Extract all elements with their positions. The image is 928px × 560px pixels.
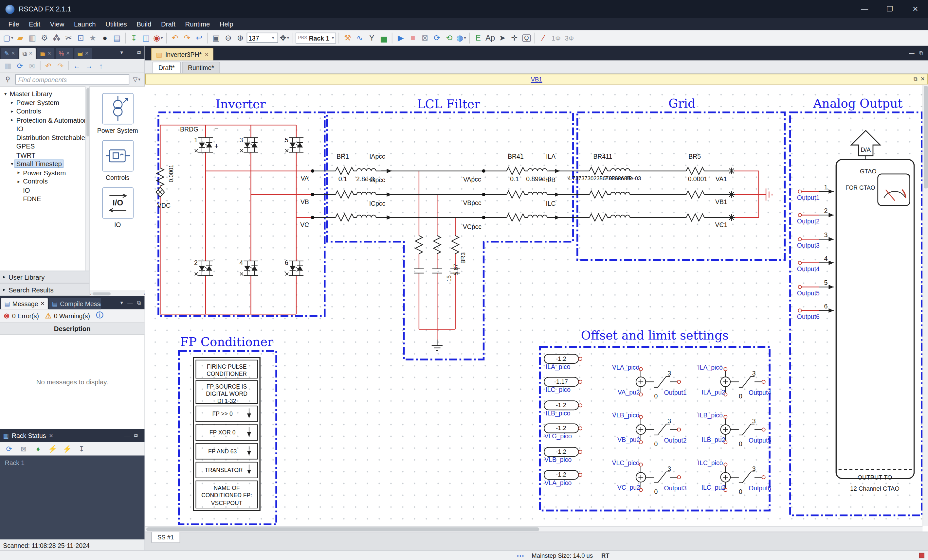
refresh-racks[interactable]: ⟳: [4, 443, 14, 454]
close-window[interactable]: ✕: [902, 0, 928, 18]
panel-minimize[interactable]: —: [127, 49, 133, 56]
vb1-close[interactable]: ✕: [920, 76, 925, 82]
monitor[interactable]: ⊡: [75, 32, 86, 44]
chevron-down-icon[interactable]: ▾: [2, 91, 8, 96]
menu-build[interactable]: Build: [131, 18, 156, 30]
sync[interactable]: ⟳: [432, 32, 443, 44]
tree-item-controls[interactable]: ▸Controls: [0, 177, 85, 186]
tab-props[interactable]: ▤✕: [74, 48, 92, 59]
lock-rack[interactable]: ⊠: [18, 443, 29, 454]
run-case[interactable]: ◉▾: [152, 32, 164, 44]
close-icon[interactable]: ✕: [41, 301, 44, 306]
single-phase[interactable]: 1Φ: [550, 34, 563, 41]
rack-connect-b[interactable]: ⚡: [61, 443, 72, 454]
tree-item-small-timestep[interactable]: ▾Small Timestep: [0, 160, 85, 169]
lock-case[interactable]: ⊠: [419, 32, 431, 44]
maximize-window[interactable]: ❐: [877, 0, 903, 18]
tree-scrollbar[interactable]: [85, 86, 89, 271]
record-indicator[interactable]: [919, 553, 924, 558]
tab-draft[interactable]: Draft*: [152, 61, 181, 73]
energy-meter[interactable]: E: [472, 32, 484, 44]
panel-float[interactable]: ⧉: [137, 49, 141, 56]
tree-item-controls[interactable]: ▸Controls: [0, 107, 85, 116]
errors-filter[interactable]: ⊗0 Error(s): [4, 311, 39, 320]
rack-shield[interactable]: ♦: [33, 443, 44, 454]
nav-back[interactable]: ←: [71, 60, 82, 71]
menu-draft[interactable]: Draft: [156, 18, 180, 30]
update[interactable]: ⟲: [444, 32, 455, 44]
panel-dropdown[interactable]: ▾: [121, 49, 123, 56]
menu-launch[interactable]: Launch: [69, 18, 101, 30]
zoom-level-field[interactable]: [249, 34, 272, 41]
breadcrumb[interactable]: VB1: [531, 76, 542, 82]
favorites[interactable]: ★: [87, 32, 99, 44]
chevron-right-icon[interactable]: ▸: [9, 100, 15, 105]
component-nodes[interactable]: ⁂: [51, 32, 62, 44]
refresh-library[interactable]: ⟳: [14, 60, 25, 71]
undo-library[interactable]: ↶: [43, 60, 54, 71]
cut[interactable]: ✂: [63, 32, 74, 44]
redo[interactable]: ↷: [182, 32, 193, 44]
vb1-float[interactable]: ⧉: [914, 76, 917, 82]
print-preview[interactable]: ▣: [211, 32, 222, 44]
meter[interactable]: ◍▾: [455, 32, 467, 44]
preview-scrollbar[interactable]: ‹›: [90, 291, 145, 296]
tree-item-power-system[interactable]: ▸Power System: [0, 98, 85, 107]
close-icon[interactable]: ✕: [29, 51, 32, 56]
tree-item-gpes[interactable]: GPES: [0, 142, 85, 151]
rack-float[interactable]: ⧉: [134, 432, 138, 439]
tab-message[interactable]: ▤Message✕: [1, 298, 48, 309]
chevron-right-icon[interactable]: ▸: [16, 179, 21, 184]
info-filter[interactable]: ⓘ: [96, 310, 103, 321]
tab-ss1[interactable]: SS #1: [151, 532, 180, 542]
preview-card-power-system[interactable]: Power System: [90, 87, 145, 134]
pan[interactable]: ✛: [509, 32, 520, 44]
close-icon[interactable]: ✕: [205, 52, 209, 57]
nav-up[interactable]: ↑: [96, 60, 106, 71]
tab-components[interactable]: ▦✕: [37, 48, 55, 59]
zoom-level[interactable]: ▾: [247, 33, 278, 43]
tree-item-io[interactable]: IO: [0, 186, 85, 195]
probe-signal[interactable]: ∿: [354, 32, 365, 44]
messages-dropdown[interactable]: ▾: [121, 299, 123, 306]
find-components-input[interactable]: [15, 74, 129, 84]
text-annotation[interactable]: Ap: [484, 32, 496, 44]
preview-card-io[interactable]: I/O IO: [90, 181, 145, 228]
zoom-out[interactable]: ⊖: [223, 32, 234, 44]
chevron-right-icon[interactable]: ▸: [9, 117, 15, 123]
chevron-right-icon[interactable]: ▸: [16, 170, 21, 175]
close-icon[interactable]: ✕: [49, 433, 53, 438]
tree-item-fdne[interactable]: FDNE: [0, 195, 85, 204]
minimize-window[interactable]: —: [852, 0, 877, 18]
search-icon[interactable]: ⚲: [2, 74, 13, 85]
rack-list[interactable]: Rack 1: [0, 456, 144, 540]
close-icon[interactable]: ✕: [47, 51, 51, 56]
tree-item-power-system[interactable]: ▸Power System: [0, 168, 85, 177]
canvas-horizontal-scrollbar[interactable]: [145, 526, 922, 532]
pointer[interactable]: ➤: [496, 32, 508, 44]
save-library[interactable]: ▥: [2, 60, 13, 71]
tab-compile-messages[interactable]: ▤Compile Messag: [49, 298, 101, 309]
undo[interactable]: ↶: [169, 32, 181, 44]
warnings-filter[interactable]: ⚠0 Warning(s): [45, 311, 90, 320]
export-case[interactable]: ◫: [140, 32, 151, 44]
chevron-down-icon[interactable]: ▾: [9, 161, 15, 167]
menu-utilities[interactable]: Utilities: [101, 18, 131, 30]
three-phase[interactable]: 3Φ: [563, 34, 576, 41]
chevron-right-icon[interactable]: ▸: [9, 109, 15, 114]
tree-item-protection-automation[interactable]: ▸Protection & Automation: [0, 116, 85, 125]
preview-card-controls[interactable]: Controls: [90, 134, 145, 181]
sidebar-item-search-results[interactable]: ▸Search Results: [0, 283, 89, 296]
tab-draft[interactable]: ✎✕: [1, 48, 18, 59]
scroll-left-arrow[interactable]: ‹: [90, 291, 91, 296]
plot-yt[interactable]: Y: [366, 32, 377, 44]
tab-library[interactable]: ⧉✕: [19, 48, 36, 59]
draw-line[interactable]: ∕: [538, 32, 549, 44]
menu-runtime[interactable]: Runtime: [180, 18, 215, 30]
tools[interactable]: ⚒: [342, 32, 353, 44]
build[interactable]: ↧: [128, 32, 140, 44]
menu-help[interactable]: Help: [215, 18, 238, 30]
record[interactable]: ●: [99, 32, 111, 44]
view-minimize[interactable]: —: [909, 50, 914, 56]
canvas-vertical-scrollbar[interactable]: [922, 85, 928, 526]
